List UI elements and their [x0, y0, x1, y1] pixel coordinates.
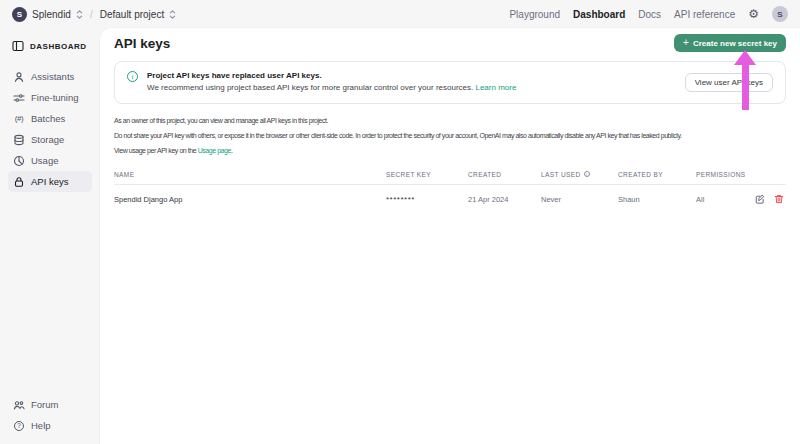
key-permissions: All [696, 195, 754, 204]
sidebar-item-label: Usage [31, 155, 58, 166]
gear-icon[interactable]: ⚙ [748, 8, 759, 20]
info-banner: i Project API keys have replaced user AP… [114, 61, 786, 104]
description-paragraphs: As an owner of this project, you can vie… [114, 117, 786, 154]
sidebar-item-label: API keys [31, 176, 69, 187]
project-switcher-chevron-icon[interactable] [169, 9, 176, 20]
org-switcher-chevron-icon[interactable] [76, 9, 83, 20]
sidebar-item-assistants[interactable]: Assistants [8, 66, 92, 87]
nav-dashboard[interactable]: Dashboard [573, 9, 625, 20]
breadcrumb: S Splendid / Default project [12, 7, 176, 22]
col-last-used[interactable]: LAST USED i [541, 171, 618, 178]
breadcrumb-separator: / [90, 9, 93, 20]
key-created-by: Shaun [618, 195, 696, 204]
storage-icon [13, 134, 25, 146]
sidebar-item-help[interactable]: ? Help [8, 415, 92, 436]
info-icon: i [127, 71, 138, 82]
annotation-arrow-head [734, 50, 756, 65]
sidebar-item-api-keys[interactable]: API keys [8, 171, 92, 192]
dashboard-icon [12, 40, 24, 52]
row-actions [754, 194, 786, 206]
main-header: API keys + Create new secret key [114, 33, 786, 53]
sidebar-item-label: Help [31, 420, 51, 431]
key-name: Spendid Django App [114, 195, 386, 204]
sidebar-item-fine-tuning[interactable]: Fine-tuning [8, 87, 92, 108]
sidebar-item-label: Forum [31, 399, 58, 410]
org-name[interactable]: Splendid [32, 9, 71, 20]
paragraph-usage: View usage per API key on the Usage page… [114, 147, 786, 154]
banner-title: Project API keys have replaced user API … [147, 70, 516, 82]
api-keys-table: NAME SECRET KEY CREATED LAST USED i CREA… [114, 166, 786, 215]
annotation-arrow-shaft [742, 64, 749, 110]
nav-playground[interactable]: Playground [509, 9, 560, 20]
paragraph-warning: Do not share your API key with others, o… [114, 132, 786, 139]
sidebar-item-label: Storage [31, 134, 64, 145]
create-button-label: Create new secret key [693, 39, 777, 48]
sidebar-item-batches[interactable]: (#) Batches [8, 108, 92, 129]
last-used-info-icon: i [584, 171, 590, 177]
edit-icon[interactable] [755, 194, 765, 206]
table-header-row: NAME SECRET KEY CREATED LAST USED i CREA… [114, 166, 786, 185]
key-last-used: Never [541, 195, 618, 204]
paragraph-usage-suffix: . [231, 147, 233, 154]
sidebar-item-storage[interactable]: Storage [8, 129, 92, 150]
learn-more-link[interactable]: Learn more [475, 83, 516, 92]
fine-tuning-icon [13, 92, 25, 104]
project-name[interactable]: Default project [100, 9, 164, 20]
view-user-api-keys-button[interactable]: View user API keys [685, 73, 773, 92]
main-panel: API keys + Create new secret key i Proje… [100, 28, 800, 444]
col-permissions: PERMISSIONS [696, 171, 754, 178]
create-new-secret-key-button[interactable]: + Create new secret key [674, 34, 786, 52]
plus-icon: + [683, 38, 689, 48]
nav-docs[interactable]: Docs [638, 9, 661, 20]
key-secret: ******** [386, 195, 468, 204]
help-icon: ? [13, 420, 25, 432]
sidebar-item-label: Fine-tuning [31, 92, 79, 103]
col-name: NAME [114, 171, 386, 178]
api-keys-lock-icon [13, 176, 25, 188]
usage-icon [13, 155, 25, 167]
batches-icon: (#) [13, 113, 25, 125]
sidebar-item-label: Assistants [31, 71, 74, 82]
banner-body: We recommend using project based API key… [147, 82, 516, 94]
sidebar-item-usage[interactable]: Usage [8, 150, 92, 171]
sidebar-section-label: DASHBOARD [30, 42, 87, 51]
banner-body-text: We recommend using project based API key… [147, 83, 473, 92]
usage-page-link[interactable]: Usage page [198, 147, 231, 154]
paragraph-usage-prefix: View usage per API key on the [114, 147, 198, 154]
sidebar-section-dashboard: DASHBOARD [8, 38, 92, 54]
top-nav: Playground Dashboard Docs API reference … [509, 6, 788, 22]
key-created: 21 Apr 2024 [468, 195, 541, 204]
top-bar: S Splendid / Default project Playground … [0, 0, 800, 28]
org-avatar[interactable]: S [12, 7, 27, 22]
nav-api-reference[interactable]: API reference [674, 9, 735, 20]
delete-icon[interactable] [774, 194, 784, 206]
col-last-used-label: LAST USED [541, 171, 581, 178]
col-created: CREATED [468, 171, 541, 178]
table-row: Spendid Django App ******** 21 Apr 2024 … [114, 185, 786, 215]
paragraph-owner: As an owner of this project, you can vie… [114, 117, 786, 124]
forum-icon [13, 399, 25, 411]
sidebar: DASHBOARD Assistants Fine-tuning (#) Bat… [0, 28, 100, 444]
assistants-icon [13, 71, 25, 83]
sidebar-item-label: Batches [31, 113, 65, 124]
sidebar-item-forum[interactable]: Forum [8, 394, 92, 415]
col-created-by: CREATED BY [618, 171, 696, 178]
col-secret-key: SECRET KEY [386, 171, 468, 178]
sidebar-footer: Forum ? Help [8, 394, 92, 436]
page-title: API keys [114, 36, 170, 51]
banner-text: Project API keys have replaced user API … [147, 70, 516, 95]
user-avatar[interactable]: S [772, 6, 788, 22]
